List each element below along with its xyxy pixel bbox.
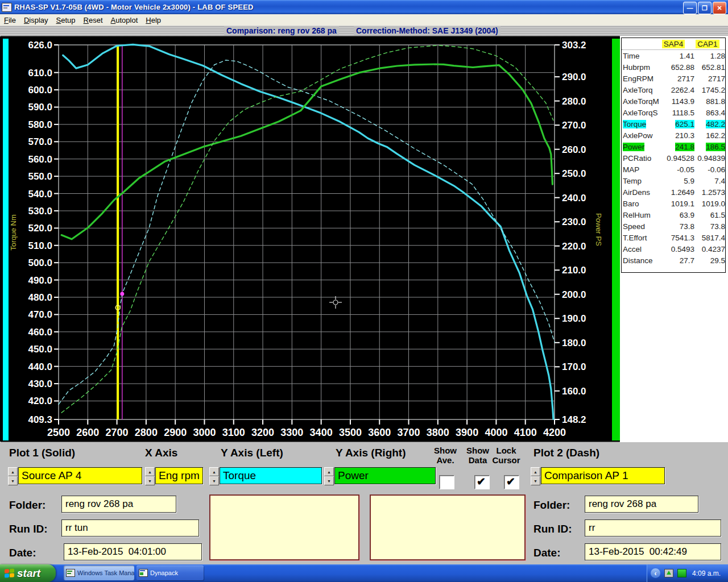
svg-text:580.0: 580.0: [28, 119, 52, 130]
plot1-spinner[interactable]: ▲▼: [8, 467, 18, 485]
x-axis-selector: ▲▼ Eng rpm: [145, 467, 203, 485]
svg-text:4200: 4200: [543, 427, 566, 438]
svg-text:480.0: 480.0: [28, 292, 52, 303]
title-bar: RHAS-SP V1.7-05B (4WD - Motor Vehicle 2x…: [0, 0, 728, 14]
svg-text:500.0: 500.0: [28, 257, 52, 268]
start-button[interactable]: start: [0, 564, 56, 582]
power-solid-curve: [61, 64, 552, 239]
table-row: Speed73.873.8: [622, 221, 725, 232]
y-left-field[interactable]: Torque: [220, 467, 322, 484]
run2-folder-field[interactable]: reng rov 268 pa: [585, 496, 698, 513]
y-right-axis-title: Power PS: [594, 213, 603, 246]
screen: RHAS-SP V1.7-05B (4WD - Motor Vehicle 2x…: [0, 0, 728, 582]
plot2-field[interactable]: Comparison AP 1: [541, 467, 665, 484]
show-ave-checkbox[interactable]: [439, 475, 454, 489]
svg-text:303.2: 303.2: [562, 40, 586, 51]
minimize-button[interactable]: —: [683, 2, 697, 14]
svg-text:260.0: 260.0: [562, 144, 586, 155]
svg-text:210.0: 210.0: [562, 265, 586, 276]
table-row: Accel0.54930.4237: [622, 243, 725, 255]
table-header-row: SAP4 CAP1: [622, 38, 725, 50]
x-axis-field[interactable]: Eng rpm: [155, 467, 203, 484]
svg-text:570.0: 570.0: [28, 136, 52, 147]
svg-text:2700: 2700: [106, 427, 129, 438]
svg-text:600.0: 600.0: [28, 85, 52, 95]
svg-text:190.0: 190.0: [562, 313, 586, 324]
run1-date-field[interactable]: 13-Feb-2015 04:01:00: [64, 543, 202, 560]
svg-text:148.2: 148.2: [562, 414, 586, 425]
tray-hardware-icon[interactable]: [664, 569, 673, 577]
app-icon: [2, 3, 12, 12]
close-button[interactable]: ✕: [713, 2, 726, 14]
svg-text:3900: 3900: [456, 427, 478, 438]
restore-button[interactable]: ❐: [698, 2, 712, 14]
plot1-field[interactable]: Source AP 4: [18, 467, 142, 484]
svg-text:3100: 3100: [222, 427, 245, 438]
run1-folder-field[interactable]: reng rov 268 pa: [61, 496, 176, 513]
dyno-chart[interactable]: 2500260027002800290030003100320033003400…: [0, 36, 620, 442]
left-axis-color-bar: [3, 39, 9, 440]
svg-text:420.0: 420.0: [28, 396, 52, 406]
windows-flag-icon: [5, 568, 15, 578]
show-ave-label: ShowAve.: [431, 446, 460, 465]
y-left-selector: ▲▼ Torque: [209, 467, 322, 485]
correction-method-label: Correction-Method: SAE J1349 (2004): [354, 26, 500, 35]
menu-reset[interactable]: Reset: [80, 15, 107, 25]
svg-text:2500: 2500: [47, 427, 70, 438]
svg-text:409.3: 409.3: [28, 414, 52, 425]
svg-text:4100: 4100: [514, 427, 537, 438]
menu-help[interactable]: Help: [142, 15, 165, 25]
svg-text:590.0: 590.0: [28, 102, 52, 113]
y-right-spinner[interactable]: ▲▼: [324, 467, 334, 485]
taskbar-button-task-manager[interactable]: Windows Task Manager: [64, 566, 134, 580]
table-row: AxleTorqS1118.5863.4: [622, 107, 725, 118]
svg-text:3800: 3800: [427, 427, 449, 438]
show-data-checkbox[interactable]: [474, 475, 490, 489]
data-readout-table: SAP4 CAP1 Time1.411.28Hubrpm652.88652.81…: [621, 38, 726, 273]
svg-text:270.0: 270.0: [562, 120, 586, 131]
svg-text:2800: 2800: [135, 427, 158, 438]
svg-text:3000: 3000: [193, 427, 216, 438]
svg-text:540.0: 540.0: [28, 189, 52, 199]
svg-text:240.0: 240.0: [562, 193, 586, 203]
table-row: EngRPM27172717: [622, 73, 725, 84]
table-body: Time1.411.28Hubrpm652.88652.81EngRPM2717…: [622, 50, 725, 266]
tray-chevron-icon[interactable]: ‹: [651, 568, 660, 578]
svg-text:470.0: 470.0: [28, 309, 52, 320]
run2-date-field[interactable]: 13-Feb-2015 00:42:49: [585, 543, 721, 560]
svg-text:170.0: 170.0: [562, 361, 586, 372]
window-title: RHAS-SP V1.7-05B (4WD - Motor Vehicle 2x…: [14, 3, 254, 11]
y-left-spinner[interactable]: ▲▼: [209, 467, 219, 485]
svg-text:3300: 3300: [280, 427, 303, 438]
svg-text:626.0: 626.0: [28, 40, 52, 51]
table-row: AirDens1.26491.2573: [622, 186, 725, 198]
run2-folder-label: Folder:: [533, 499, 570, 512]
taskbar-clock: 4:09 a.m.: [692, 569, 721, 577]
plot1-selector: ▲▼ Source AP 4: [8, 467, 142, 485]
table-row: Time1.411.28: [622, 50, 725, 61]
plot2-spinner[interactable]: ▲▼: [531, 467, 540, 485]
header-strip: Comparison: reng rov 268 pa Correction-M…: [0, 26, 728, 36]
taskbar-button-dynapack[interactable]: Dynapack: [136, 566, 204, 580]
run1-runid-field[interactable]: rr tun: [61, 519, 199, 537]
menu-autoplot[interactable]: Autoplot: [107, 15, 142, 25]
dynapack-icon: [139, 569, 148, 577]
svg-text:460.0: 460.0: [28, 327, 52, 338]
lock-cursor-checkbox[interactable]: [504, 475, 519, 489]
menu-display[interactable]: Display: [20, 15, 52, 25]
svg-text:2600: 2600: [76, 427, 99, 438]
menu-file[interactable]: File: [0, 15, 20, 25]
table-row: Baro1019.11019.0: [622, 198, 725, 209]
svg-text:3600: 3600: [368, 427, 391, 438]
col-header-cap1: CAP1: [691, 40, 724, 48]
y-right-field[interactable]: Power: [334, 467, 436, 484]
menu-setup[interactable]: Setup: [52, 15, 80, 25]
run1-comment-box[interactable]: [209, 494, 359, 560]
run2-runid-field[interactable]: rr: [585, 519, 721, 537]
svg-text:180.0: 180.0: [562, 338, 586, 348]
tray-network-icon[interactable]: [677, 569, 686, 577]
x-axis-spinner[interactable]: ▲▼: [145, 467, 155, 485]
crosshair-pointer: [333, 300, 338, 305]
run2-comment-box[interactable]: [370, 494, 526, 560]
cursor-marker-dot: [120, 292, 124, 296]
